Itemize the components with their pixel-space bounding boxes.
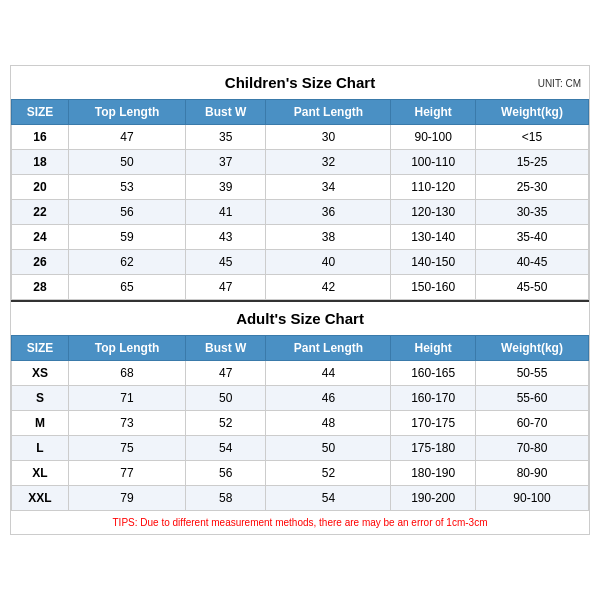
table-cell: 50: [266, 436, 391, 461]
table-cell: 43: [186, 225, 266, 250]
adult-header-row: SIZE Top Length Bust W Pant Length Heigh…: [12, 336, 589, 361]
table-cell: 45: [186, 250, 266, 275]
table-cell: 71: [68, 386, 185, 411]
table-row: 22564136120-13030-35: [12, 200, 589, 225]
table-cell: 62: [68, 250, 185, 275]
table-cell: 68: [68, 361, 185, 386]
col-header-pantlength-children: Pant Length: [266, 100, 391, 125]
table-row: 28654742150-16045-50: [12, 275, 589, 300]
table-cell: 58: [186, 486, 266, 511]
table-cell: 53: [68, 175, 185, 200]
table-cell: 39: [186, 175, 266, 200]
col-header-toplength-adult: Top Length: [68, 336, 185, 361]
table-cell: 59: [68, 225, 185, 250]
table-row: XL775652180-19080-90: [12, 461, 589, 486]
table-cell: 120-130: [391, 200, 476, 225]
table-cell: 160-170: [391, 386, 476, 411]
table-cell: 44: [266, 361, 391, 386]
table-cell: 60-70: [476, 411, 589, 436]
table-cell: 140-150: [391, 250, 476, 275]
col-header-size-children: SIZE: [12, 100, 69, 125]
col-header-bustw-children: Bust W: [186, 100, 266, 125]
table-cell: 30-35: [476, 200, 589, 225]
table-cell: 18: [12, 150, 69, 175]
table-row: XS684744160-16550-55: [12, 361, 589, 386]
table-cell: 55-60: [476, 386, 589, 411]
table-cell: 24: [12, 225, 69, 250]
table-cell: 54: [186, 436, 266, 461]
table-cell: 46: [266, 386, 391, 411]
table-row: S715046160-17055-60: [12, 386, 589, 411]
table-cell: 30: [266, 125, 391, 150]
adult-title-text: Adult's Size Chart: [236, 310, 364, 327]
table-row: M735248170-17560-70: [12, 411, 589, 436]
table-cell: 50: [68, 150, 185, 175]
table-cell: 36: [266, 200, 391, 225]
table-cell: 70-80: [476, 436, 589, 461]
table-cell: 26: [12, 250, 69, 275]
table-cell: 56: [186, 461, 266, 486]
table-cell: 160-165: [391, 361, 476, 386]
table-row: 1647353090-100<15: [12, 125, 589, 150]
table-cell: M: [12, 411, 69, 436]
table-cell: 175-180: [391, 436, 476, 461]
col-header-weight-children: Weight(kg): [476, 100, 589, 125]
col-header-size-adult: SIZE: [12, 336, 69, 361]
table-cell: 15-25: [476, 150, 589, 175]
table-cell: 90-100: [476, 486, 589, 511]
table-row: L755450175-18070-80: [12, 436, 589, 461]
table-cell: 52: [186, 411, 266, 436]
adult-section-title: Adult's Size Chart: [11, 300, 589, 335]
table-cell: 52: [266, 461, 391, 486]
table-cell: 77: [68, 461, 185, 486]
col-header-height-adult: Height: [391, 336, 476, 361]
table-cell: 75: [68, 436, 185, 461]
table-cell: XXL: [12, 486, 69, 511]
table-cell: 37: [186, 150, 266, 175]
table-cell: 65: [68, 275, 185, 300]
table-cell: 90-100: [391, 125, 476, 150]
table-cell: 47: [186, 361, 266, 386]
children-section-title: Children's Size Chart UNIT: CM: [11, 66, 589, 99]
table-cell: S: [12, 386, 69, 411]
table-cell: 48: [266, 411, 391, 436]
table-row: 24594338130-14035-40: [12, 225, 589, 250]
children-title-text: Children's Size Chart: [225, 74, 375, 91]
table-cell: 47: [68, 125, 185, 150]
table-cell: 35: [186, 125, 266, 150]
col-header-pantlength-adult: Pant Length: [266, 336, 391, 361]
table-cell: 73: [68, 411, 185, 436]
table-cell: 25-30: [476, 175, 589, 200]
table-cell: 180-190: [391, 461, 476, 486]
unit-label: UNIT: CM: [538, 77, 581, 88]
table-cell: 79: [68, 486, 185, 511]
table-cell: 45-50: [476, 275, 589, 300]
table-cell: 50-55: [476, 361, 589, 386]
table-cell: 28: [12, 275, 69, 300]
table-cell: XL: [12, 461, 69, 486]
col-header-weight-adult: Weight(kg): [476, 336, 589, 361]
adult-size-table: SIZE Top Length Bust W Pant Length Heigh…: [11, 335, 589, 511]
col-header-height-children: Height: [391, 100, 476, 125]
table-cell: 42: [266, 275, 391, 300]
table-cell: 110-120: [391, 175, 476, 200]
table-cell: 130-140: [391, 225, 476, 250]
tips-text: TIPS: Due to different measurement metho…: [11, 511, 589, 534]
col-header-bustw-adult: Bust W: [186, 336, 266, 361]
table-cell: 32: [266, 150, 391, 175]
col-header-toplength-children: Top Length: [68, 100, 185, 125]
table-row: 20533934110-12025-30: [12, 175, 589, 200]
table-row: 18503732100-11015-25: [12, 150, 589, 175]
table-cell: 40: [266, 250, 391, 275]
table-cell: 80-90: [476, 461, 589, 486]
table-cell: 190-200: [391, 486, 476, 511]
table-cell: 40-45: [476, 250, 589, 275]
table-cell: 16: [12, 125, 69, 150]
table-cell: 56: [68, 200, 185, 225]
table-cell: 150-160: [391, 275, 476, 300]
children-size-table: SIZE Top Length Bust W Pant Length Heigh…: [11, 99, 589, 300]
table-cell: 170-175: [391, 411, 476, 436]
table-cell: 54: [266, 486, 391, 511]
table-cell: 38: [266, 225, 391, 250]
table-cell: <15: [476, 125, 589, 150]
